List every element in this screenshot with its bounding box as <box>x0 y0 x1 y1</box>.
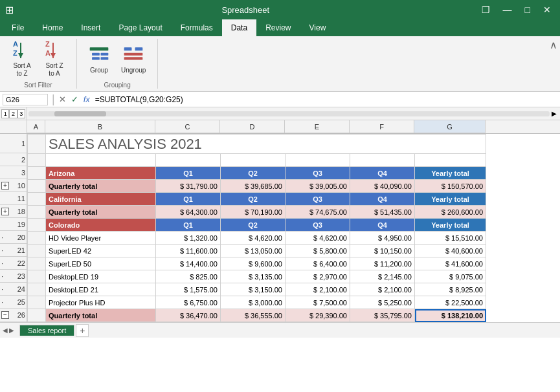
cell-f21[interactable]: $ 10,150.00 <box>350 245 415 257</box>
cell-g26-selected[interactable]: $ 138,210.00 <box>415 309 486 322</box>
cell-g19-yearly[interactable]: Yearly total <box>415 219 486 232</box>
cell-a23[interactable] <box>28 270 46 283</box>
ribbon-collapse-btn[interactable]: ∧ <box>550 39 557 51</box>
cell-c26[interactable]: $ 36,470.00 <box>156 309 221 322</box>
cell-f22[interactable]: $ 11,200.00 <box>350 257 415 270</box>
tab-data[interactable]: Data <box>222 19 256 36</box>
cell-g25[interactable]: $ 22,500.00 <box>415 296 486 309</box>
cell-g10[interactable]: $ 150,570.00 <box>415 180 486 193</box>
add-tab-button[interactable]: + <box>76 324 89 337</box>
cell-b22[interactable]: SuperLED 50 <box>46 257 156 270</box>
cell-a3[interactable] <box>28 167 46 180</box>
cell-g21[interactable]: $ 40,600.00 <box>415 245 486 257</box>
cell-b11-california[interactable]: California <box>46 193 156 206</box>
tab-formulas[interactable]: Formulas <box>172 19 222 36</box>
cell-d11-q2[interactable]: Q2 <box>221 193 286 206</box>
cell-b24[interactable]: DesktopLED 21 <box>46 283 156 296</box>
cell-a1[interactable] <box>28 135 46 154</box>
function-icon[interactable]: fx <box>84 94 90 104</box>
cell-a18[interactable] <box>28 206 46 219</box>
cell-b3-arizona[interactable]: Arizona <box>46 167 156 180</box>
group-button[interactable]: Group <box>85 43 113 75</box>
cell-f20[interactable]: $ 4,950.00 <box>350 232 415 245</box>
ungroup-button[interactable]: Ungroup <box>117 43 150 75</box>
cell-e21[interactable]: $ 5,800.00 <box>286 245 350 257</box>
cell-e25[interactable]: $ 7,500.00 <box>286 296 350 309</box>
cell-b1-title[interactable]: SALES ANALYSIS 2021 <box>46 135 486 154</box>
cell-b2[interactable] <box>46 154 156 167</box>
cell-c22[interactable]: $ 14,400.00 <box>156 257 221 270</box>
cell-d23[interactable]: $ 3,135.00 <box>221 270 286 283</box>
cell-d18[interactable]: $ 70,190.00 <box>221 206 286 219</box>
cell-f23[interactable]: $ 2,145.00 <box>350 270 415 283</box>
cell-b18-quarterly[interactable]: Quarterly total <box>46 206 156 219</box>
cell-g22[interactable]: $ 41,600.00 <box>415 257 486 270</box>
cell-c3-q1[interactable]: Q1 <box>156 167 221 180</box>
cell-b25[interactable]: Projector Plus HD <box>46 296 156 309</box>
sort-az-button[interactable]: A Z Sort Ato Z <box>8 39 36 79</box>
cell-a2[interactable] <box>28 154 46 167</box>
cell-f18[interactable]: $ 51,435.00 <box>350 206 415 219</box>
cell-e24[interactable]: $ 2,100.00 <box>286 283 350 296</box>
cell-c21[interactable]: $ 11,600.00 <box>156 245 221 257</box>
cell-e18[interactable]: $ 74,675.00 <box>286 206 350 219</box>
cell-d20[interactable]: $ 4,620.00 <box>221 232 286 245</box>
maximize-btn[interactable]: □ <box>521 3 534 16</box>
cell-e11-q3[interactable]: Q3 <box>286 193 350 206</box>
cell-f24[interactable]: $ 2,100.00 <box>350 283 415 296</box>
cell-d24[interactable]: $ 3,150.00 <box>221 283 286 296</box>
collapse-row-26-btn[interactable]: − <box>1 311 9 319</box>
cell-g20[interactable]: $ 15,510.00 <box>415 232 486 245</box>
tab-scroll-left-btn[interactable]: ◀ <box>3 327 8 334</box>
cell-d26[interactable]: $ 36,555.00 <box>221 309 286 322</box>
minimize-btn[interactable]: — <box>499 3 516 16</box>
cell-b23[interactable]: DesktopLED 19 <box>46 270 156 283</box>
cell-f26[interactable]: $ 35,795.00 <box>350 309 415 322</box>
cell-ref-input[interactable] <box>3 94 48 105</box>
cell-d21[interactable]: $ 13,050.00 <box>221 245 286 257</box>
cell-c10[interactable]: $ 31,790.00 <box>156 180 221 193</box>
cell-g2[interactable] <box>415 154 486 167</box>
cell-c19-q1[interactable]: Q1 <box>156 219 221 232</box>
cell-d10[interactable]: $ 39,685.00 <box>221 180 286 193</box>
cell-e3-q3[interactable]: Q3 <box>286 167 350 180</box>
cell-e10[interactable]: $ 39,005.00 <box>286 180 350 193</box>
cell-e20[interactable]: $ 4,620.00 <box>286 232 350 245</box>
cell-c23[interactable]: $ 825.00 <box>156 270 221 283</box>
cancel-formula-icon[interactable]: ✕ <box>59 94 66 104</box>
cell-a19[interactable] <box>28 219 46 232</box>
cell-b19-colorado[interactable]: Colorado <box>46 219 156 232</box>
cell-f25[interactable]: $ 5,250.00 <box>350 296 415 309</box>
cell-g11-yearly[interactable]: Yearly total <box>415 193 486 206</box>
sheet-tab-sales-report[interactable]: Sales report <box>19 325 74 336</box>
cell-a25[interactable] <box>28 296 46 309</box>
cell-b10-quarterly[interactable]: Quarterly total <box>46 180 156 193</box>
cell-e23[interactable]: $ 2,970.00 <box>286 270 350 283</box>
outline-level-3-btn[interactable]: 3 <box>17 109 25 118</box>
cell-a26[interactable] <box>28 309 46 322</box>
h-scroll-thumb[interactable] <box>54 111 106 116</box>
cell-d2[interactable] <box>221 154 286 167</box>
cell-f3-q4[interactable]: Q4 <box>350 167 415 180</box>
cell-e19-q3[interactable]: Q3 <box>286 219 350 232</box>
cell-b21[interactable]: SuperLED 42 <box>46 245 156 257</box>
h-scroll-track[interactable] <box>28 111 550 116</box>
outline-level-2-btn[interactable]: 2 <box>9 109 17 118</box>
tab-page-layout[interactable]: Page Layout <box>109 19 171 36</box>
tab-home[interactable]: Home <box>33 19 72 36</box>
cell-d3-q2[interactable]: Q2 <box>221 167 286 180</box>
cell-g24[interactable]: $ 8,925.00 <box>415 283 486 296</box>
outline-level-1-btn[interactable]: 1 <box>1 109 9 118</box>
cell-a20[interactable] <box>28 232 46 245</box>
formula-input[interactable] <box>93 95 557 104</box>
sort-za-button[interactable]: Z A Sort Zto A <box>40 39 69 79</box>
cell-c11-q1[interactable]: Q1 <box>156 193 221 206</box>
tab-view[interactable]: View <box>300 19 335 36</box>
cell-a21[interactable] <box>28 245 46 257</box>
cell-a24[interactable] <box>28 283 46 296</box>
cell-f11-q4[interactable]: Q4 <box>350 193 415 206</box>
tab-file[interactable]: File <box>3 19 33 36</box>
restore-btn[interactable]: ❐ <box>478 3 494 16</box>
cell-e22[interactable]: $ 6,400.00 <box>286 257 350 270</box>
cell-f2[interactable] <box>350 154 415 167</box>
